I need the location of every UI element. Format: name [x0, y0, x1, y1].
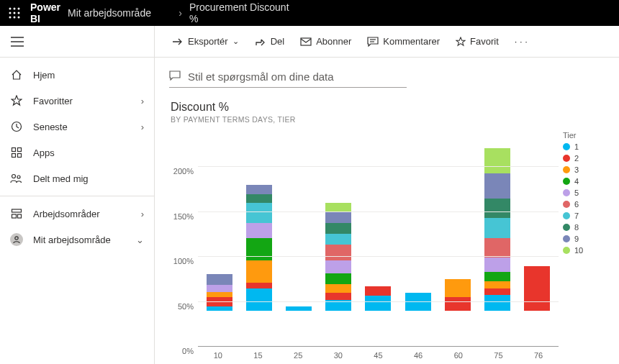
legend-item-2[interactable]: 2 [563, 154, 605, 163]
bar-segment-tier-10[interactable] [484, 148, 510, 173]
legend-label: 3 [574, 165, 579, 174]
share-button[interactable]: Del [249, 33, 291, 50]
bar-segment-tier-3[interactable] [325, 284, 351, 294]
sidebar-item-recent[interactable]: Seneste › [0, 114, 154, 140]
bar-30[interactable] [325, 131, 351, 311]
bar-segment-tier-8[interactable] [325, 223, 351, 234]
bar-segment-tier-4[interactable] [246, 238, 272, 260]
bar-segment-tier-7[interactable] [325, 234, 351, 245]
bar-segment-tier-6[interactable] [484, 238, 510, 258]
bar-segment-tier-2[interactable] [445, 297, 471, 311]
bar-15[interactable] [246, 131, 272, 311]
subscribe-button[interactable]: Abonner [294, 33, 357, 50]
bar-75[interactable] [484, 131, 510, 311]
svg-point-6 [9, 17, 12, 19]
breadcrumb-workspace[interactable]: Mit arbejdsområde [68, 7, 171, 19]
sidebar-item-favorites[interactable]: Favoritter › [0, 88, 154, 114]
bar-segment-tier-9[interactable] [325, 212, 351, 223]
svg-point-3 [9, 12, 12, 14]
bar-segment-tier-6[interactable] [325, 245, 351, 261]
bar-segment-tier-1[interactable] [365, 296, 391, 311]
bar-segment-tier-3[interactable] [445, 279, 471, 297]
legend-item-4[interactable]: 4 [563, 177, 605, 186]
bar-segment-tier-2[interactable] [207, 297, 232, 306]
chevron-right-icon: › [141, 209, 144, 219]
bar-segment-tier-1[interactable] [484, 295, 510, 311]
app-launcher-icon[interactable] [7, 6, 22, 20]
svg-point-2 [18, 8, 20, 10]
bar-segment-tier-1[interactable] [405, 293, 431, 311]
svg-rect-21 [18, 214, 22, 218]
bar-segment-tier-2[interactable] [484, 288, 510, 295]
brand-label[interactable]: Power BI [30, 1, 60, 24]
sidebar-item-home[interactable]: Hjem [0, 62, 154, 88]
y-tick-label: 50% [178, 302, 194, 311]
more-button[interactable]: · · · [509, 33, 533, 50]
chart-title: Discount % [171, 101, 605, 114]
sidebar-item-label: Seneste [33, 122, 141, 132]
bar-segment-tier-8[interactable] [246, 194, 272, 204]
export-button[interactable]: Eksportér ⌄ [166, 33, 245, 50]
sidebar-item-label: Apps [33, 147, 144, 158]
bar-45[interactable] [365, 131, 391, 311]
bar-segment-tier-7[interactable] [484, 218, 510, 238]
legend-item-9[interactable]: 9 [563, 235, 605, 243]
bar-segment-tier-2[interactable] [365, 286, 391, 296]
breadcrumb-separator-icon: › [179, 7, 182, 19]
bar-60[interactable] [445, 131, 471, 311]
legend-swatch-icon [563, 247, 570, 254]
chat-icon [169, 70, 181, 83]
legend-item-1[interactable]: 1 [563, 142, 605, 151]
legend-item-6[interactable]: 6 [563, 200, 605, 209]
bar-segment-tier-1[interactable] [286, 306, 312, 311]
bar-segment-tier-7[interactable] [246, 203, 272, 223]
legend-item-5[interactable]: 5 [563, 188, 605, 197]
legend-item-3[interactable]: 3 [563, 165, 605, 174]
x-tick-label: 15 [253, 351, 262, 360]
bar-segment-tier-8[interactable] [484, 199, 510, 219]
bar-segment-tier-3[interactable] [246, 260, 272, 283]
bar-segment-tier-9[interactable] [484, 173, 510, 199]
bar-segment-tier-5[interactable] [207, 285, 232, 292]
svg-rect-14 [18, 148, 22, 152]
x-tick-label: 45 [374, 351, 382, 360]
qna-input[interactable]: Stil et spørgsmål om dine data [169, 68, 407, 88]
legend-item-7[interactable]: 7 [563, 211, 605, 220]
legend-item-8[interactable]: 8 [563, 223, 605, 232]
bar-segment-tier-5[interactable] [484, 258, 510, 272]
clock-icon [10, 121, 23, 132]
bar-segment-tier-2[interactable] [524, 266, 550, 311]
sidebar-item-shared[interactable]: Delt med mig [0, 165, 154, 191]
bar-segment-tier-1[interactable] [207, 306, 232, 311]
shared-icon [10, 173, 23, 184]
bar-segment-tier-4[interactable] [484, 272, 510, 281]
sidebar-item-apps[interactable]: Apps [0, 140, 154, 165]
legend-item-10[interactable]: 10 [563, 246, 605, 255]
toolbar-label: Kommentarer [383, 36, 440, 47]
bar-segment-tier-3[interactable] [484, 281, 510, 288]
bar-segment-tier-4[interactable] [325, 273, 351, 284]
bar-segment-tier-9[interactable] [246, 185, 272, 194]
hamburger-icon[interactable] [7, 32, 27, 52]
favorite-button[interactable]: Favorit [450, 33, 505, 50]
breadcrumb-report[interactable]: Procurement Discount % [189, 1, 293, 24]
bar-segment-tier-3[interactable] [207, 292, 232, 298]
bar-76[interactable] [524, 131, 550, 311]
bar-10[interactable] [207, 131, 232, 311]
bar-segment-tier-9[interactable] [207, 274, 232, 285]
workspaces-icon [10, 208, 23, 219]
comments-button[interactable]: Kommentarer [361, 33, 446, 50]
svg-rect-16 [18, 154, 22, 158]
sidebar-item-my-workspace[interactable]: Mit arbejdsområde ⌄ [0, 227, 154, 252]
bar-25[interactable] [286, 131, 312, 311]
bar-segment-tier-1[interactable] [246, 288, 272, 311]
bar-segment-tier-2[interactable] [325, 293, 351, 300]
bar-segment-tier-5[interactable] [246, 223, 272, 238]
bar-46[interactable] [405, 131, 431, 311]
legend-label: 5 [574, 188, 579, 197]
plot-area[interactable]: 101525304546607576 [198, 131, 559, 361]
bar-segment-tier-2[interactable] [246, 283, 272, 288]
sidebar-item-workspaces[interactable]: Arbejdsområder › [0, 201, 154, 227]
bar-segment-tier-5[interactable] [325, 260, 351, 273]
legend-swatch-icon [563, 235, 570, 242]
